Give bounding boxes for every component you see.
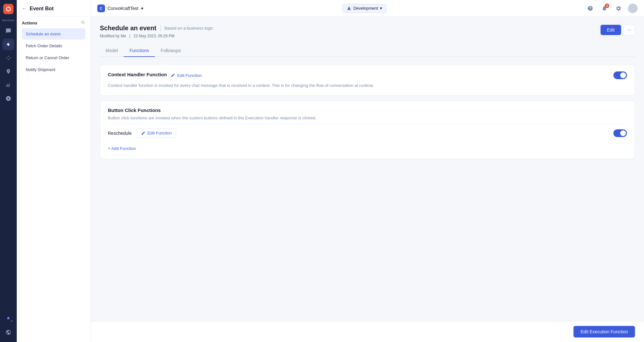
icon-rail: Services ✦ [0, 0, 17, 342]
workspace-selector[interactable]: C ConvoKraftTest ▾ [97, 5, 143, 12]
svg-point-1 [8, 56, 9, 57]
sidebar-item-schedule[interactable]: Schedule an event [22, 28, 85, 40]
sidebar-item-notify[interactable]: Notify Shipment [22, 64, 85, 75]
bcf-item-reschedule: Reschedule Edit Function [108, 124, 627, 142]
tab-model[interactable]: Model [100, 45, 124, 57]
sidebar-back-button[interactable]: ← [22, 6, 27, 12]
page-header-right: Edit ··· [601, 24, 635, 35]
context-handler-card: Context Handler Function Edit Function C… [100, 65, 635, 96]
svg-point-0 [6, 58, 7, 59]
add-function-label: + Add Function [108, 146, 136, 151]
button-click-title: Button Click Functions [108, 107, 627, 113]
topbar: C ConvoKraftTest ▾ Development ▾ 2 [91, 0, 644, 17]
workspace-avatar: C [97, 5, 105, 12]
rail-icon-flows[interactable] [3, 52, 14, 64]
rail-icon-analytics[interactable] [3, 79, 14, 91]
sidebar-header: ← Event Bot [17, 0, 90, 16]
add-function-button[interactable]: + Add Function [108, 142, 136, 152]
page-subtitle-divider [160, 25, 161, 32]
rail-icon-integrations[interactable] [3, 93, 14, 104]
main-area: C ConvoKraftTest ▾ Development ▾ 2 [91, 0, 644, 342]
page-header-left: Schedule an event Based on a business lo… [100, 24, 213, 38]
workspace-chevron-icon: ▾ [141, 6, 143, 11]
edit-button[interactable]: Edit [601, 25, 621, 35]
settings-button[interactable] [614, 4, 623, 13]
sidebar-title: Event Bot [30, 6, 54, 12]
svg-point-3 [8, 59, 9, 60]
rail-icon-actions[interactable] [3, 39, 14, 50]
tab-functions[interactable]: Functions [124, 45, 155, 57]
sidebar-search-icon[interactable] [81, 20, 85, 26]
context-handler-header: Context Handler Function Edit Function [108, 71, 627, 79]
page-meta: Modified by Me | 23 May 2023, 05:26 PM [100, 34, 213, 38]
tabs: Model Functions Followups [100, 45, 635, 57]
page-subtitle: Based on a business logic [165, 26, 213, 31]
more-options-button[interactable]: ··· [624, 24, 635, 35]
topbar-right: 2 [585, 4, 638, 13]
notification-count: 2 [605, 4, 609, 8]
bottom-bar: Edit Execution Function [91, 321, 644, 342]
content-area: Schedule an event Based on a business lo… [91, 17, 644, 321]
rail-icon-world[interactable] [3, 327, 14, 338]
page-title: Schedule an event [100, 24, 156, 32]
bcf-item-left: Reschedule Edit Function [108, 128, 176, 138]
context-handler-edit-label: Edit Function [177, 73, 202, 78]
edit-execution-function-button[interactable]: Edit Execution Function [573, 326, 635, 337]
notifications-button[interactable]: 2 [600, 4, 609, 13]
rail-icon-chat[interactable] [3, 25, 14, 37]
help-button[interactable] [585, 4, 595, 13]
more-dots-icon: ··· [627, 27, 631, 33]
meta-date: 23 May 2023, 05:26 PM [134, 34, 175, 38]
tab-followups[interactable]: Followups [155, 45, 187, 57]
context-handler-description: Context handler function is invoked for … [108, 82, 627, 89]
user-avatar[interactable] [628, 4, 638, 13]
bcf-edit-button[interactable]: Edit Function [137, 128, 176, 138]
page-title-row: Schedule an event Based on a business lo… [100, 24, 213, 32]
env-label: Development [354, 6, 378, 11]
app-logo[interactable] [3, 4, 14, 14]
sidebar-item-return[interactable]: Return or Cancel Order [22, 52, 85, 63]
sidebar: ← Event Bot Actions Schedule an event Fe… [17, 0, 91, 342]
bcf-item-name: Reschedule [108, 131, 132, 136]
context-handler-title: Context Handler Function [108, 72, 167, 77]
bcf-edit-label: Edit Function [147, 131, 172, 135]
meta-by: Me [121, 34, 126, 38]
sidebar-section-header: Actions [22, 20, 85, 26]
button-click-description: Button click functions are invoked when … [108, 115, 627, 121]
meta-separator: | [129, 34, 130, 38]
context-handler-header-left: Context Handler Function Edit Function [108, 72, 202, 79]
rail-icon-knowledge[interactable] [3, 66, 14, 77]
sidebar-section: Actions Schedule an event Fetch Order De… [17, 16, 90, 79]
workspace-name: ConvoKraftTest [108, 6, 138, 11]
context-handler-edit-button[interactable]: Edit Function [171, 73, 202, 78]
sidebar-item-fetch[interactable]: Fetch Order Details [22, 40, 85, 51]
rail-icon-ai[interactable]: ✦ [3, 313, 14, 325]
context-handler-toggle[interactable] [613, 71, 627, 79]
meta-modified-label: Modified by [100, 34, 119, 38]
sidebar-section-title: Actions [22, 21, 37, 25]
env-chevron-icon: ▾ [380, 6, 382, 11]
svg-point-2 [10, 58, 11, 59]
services-label: Services [2, 19, 15, 22]
page-header: Schedule an event Based on a business lo… [100, 24, 635, 38]
button-click-card: Button Click Functions Button click func… [100, 101, 635, 159]
bcf-toggle-reschedule[interactable] [613, 129, 627, 137]
environment-selector[interactable]: Development ▾ [342, 4, 387, 13]
